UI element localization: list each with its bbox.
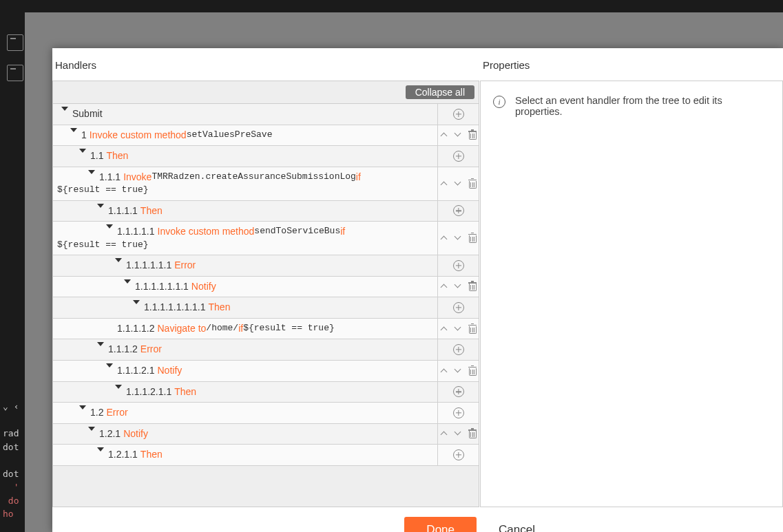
caret-down-icon[interactable]	[88, 427, 95, 431]
tree-row-content[interactable]: 1.2.1.1 Then	[53, 445, 437, 465]
tree-row[interactable]: 1.1.1 Invoke TMRRadzen.createAssuranceSu…	[53, 167, 479, 200]
move-up-button[interactable]	[439, 129, 450, 140]
tree-row-content[interactable]: 1.2.1 Notify	[53, 424, 437, 445]
chevron-down-icon	[455, 326, 463, 332]
tree-row-content[interactable]: 1.1.1.2 Error	[53, 339, 437, 360]
tree-row[interactable]: 1.1.1.1.2 Navigate to /home/ if ${result…	[53, 318, 479, 339]
tree-header: Collapse all	[53, 81, 479, 103]
move-down-button[interactable]	[453, 365, 464, 376]
caret-down-icon[interactable]	[97, 447, 104, 451]
move-up-button[interactable]	[439, 178, 450, 189]
caret-down-icon[interactable]	[61, 107, 68, 111]
tree-row[interactable]: 1.1.1.2 Error	[53, 339, 479, 360]
move-down-button[interactable]	[453, 428, 464, 439]
delete-button[interactable]	[467, 129, 478, 140]
tree-row-content[interactable]: Submit	[53, 104, 437, 125]
caret-down-icon[interactable]	[88, 170, 95, 174]
add-child-button[interactable]	[453, 302, 464, 313]
tree-node-action: Error	[174, 259, 196, 273]
move-up-button[interactable]	[439, 233, 450, 244]
info-icon: i	[493, 96, 505, 108]
move-down-button[interactable]	[453, 281, 464, 292]
tree-row-content[interactable]: 1.1.1.1 Then	[53, 201, 437, 222]
caret-down-icon[interactable]	[97, 204, 104, 208]
delete-button[interactable]	[467, 365, 478, 376]
delete-button[interactable]	[467, 323, 478, 334]
tree-row-content[interactable]: 1.1.1 Invoke TMRRadzen.createAssuranceSu…	[53, 167, 437, 200]
tree-row-content[interactable]: 1.1.1.1.1.1.1.1 Then	[53, 297, 437, 318]
move-up-button[interactable]	[439, 281, 450, 292]
add-child-button[interactable]	[453, 205, 464, 216]
tree-row-content[interactable]: 1.1.1.2.1.1 Then	[53, 382, 437, 403]
tree-row-controls	[437, 104, 479, 125]
tree-node-number: 1.1.1.1.2	[117, 322, 155, 336]
tree-row[interactable]: 1.2.1.1 Then	[53, 444, 479, 465]
tree-row-controls	[437, 125, 479, 146]
tree-row[interactable]: 1.1.1.1.1 Invoke custom method sendToSer…	[53, 221, 479, 255]
caret-down-icon[interactable]	[124, 279, 131, 284]
tree-node-number: 1.2.1	[99, 427, 121, 441]
add-child-button[interactable]	[453, 109, 464, 120]
tree-row-content[interactable]: 1 Invoke custom method setValuesPreSave	[53, 125, 437, 146]
delete-button[interactable]	[467, 281, 478, 292]
plus-circle-icon	[453, 302, 464, 313]
caret-down-icon[interactable]	[106, 363, 113, 368]
tree-row[interactable]: 1.2 Error	[53, 402, 479, 423]
move-down-button[interactable]	[453, 178, 464, 189]
add-child-button[interactable]	[453, 449, 464, 460]
tree-row-content[interactable]: 1.1.1.1.1 Invoke custom method sendToSer…	[53, 222, 437, 255]
tree-row-content[interactable]: 1.1.1.2.1 Notify	[53, 361, 437, 381]
tree-row[interactable]: 1.1.1.1.1.1 Error	[53, 255, 479, 276]
caret-down-icon[interactable]	[115, 385, 122, 389]
tree-row-controls	[437, 339, 479, 360]
tree-row-controls	[437, 167, 479, 200]
chevron-down-icon	[455, 181, 463, 187]
tree-row-content[interactable]: 1.1.1.1.1.1 Error	[53, 255, 437, 276]
add-child-button[interactable]	[453, 407, 464, 418]
tree-row-content[interactable]: 1.1.1.1.1.1.1 Notify	[53, 277, 437, 297]
tree-row[interactable]: 1.1.1.2.1.1 Then	[53, 381, 479, 403]
caret-down-icon[interactable]	[133, 300, 140, 304]
move-down-button[interactable]	[453, 323, 464, 334]
tree-row[interactable]: 1.1.1.1.1.1.1 Notify	[53, 276, 479, 297]
add-child-button[interactable]	[453, 260, 464, 271]
delete-button[interactable]	[467, 428, 478, 439]
move-down-button[interactable]	[453, 129, 464, 140]
delete-button[interactable]	[467, 178, 478, 189]
cancel-button[interactable]: Cancel	[499, 517, 535, 532]
caret-down-icon[interactable]	[79, 405, 86, 409]
tree-row-content[interactable]: 1.1.1.1.2 Navigate to /home/ if ${result…	[53, 319, 437, 339]
add-child-button[interactable]	[453, 344, 464, 355]
caret-down-icon[interactable]	[70, 128, 77, 132]
add-child-button[interactable]	[453, 151, 464, 162]
tree-row[interactable]: 1.1.1.1 Then	[53, 200, 479, 222]
add-child-button[interactable]	[453, 386, 464, 397]
caret-down-icon[interactable]	[115, 258, 122, 262]
tree-node-condition-keyword: if	[340, 225, 345, 239]
tree-row[interactable]: Submit	[53, 103, 479, 125]
move-up-button[interactable]	[439, 365, 450, 376]
tree-row[interactable]: 1.1 Then	[53, 145, 479, 167]
tree-node-action: Error	[106, 406, 127, 420]
caret-down-icon[interactable]	[106, 224, 113, 228]
handlers-tree[interactable]: Submit1 Invoke custom method setValuesPr…	[53, 103, 479, 465]
caret-down-icon[interactable]	[97, 342, 104, 346]
done-button[interactable]: Done	[404, 517, 477, 532]
tree-row-content[interactable]: 1.1 Then	[53, 146, 437, 167]
tree-node-condition-code: ${result == true}	[57, 239, 149, 251]
properties-box: i Select an event handler from the tree …	[480, 81, 783, 507]
delete-button[interactable]	[467, 233, 478, 244]
trash-icon	[468, 233, 477, 243]
tree-row[interactable]: 1.1.1.2.1 Notify	[53, 360, 479, 381]
tree-row-controls	[437, 445, 479, 465]
tree-row-content[interactable]: 1.2 Error	[53, 403, 437, 423]
tree-row[interactable]: 1 Invoke custom method setValuesPreSave	[53, 125, 479, 146]
move-up-button[interactable]	[439, 428, 450, 439]
move-down-button[interactable]	[453, 233, 464, 244]
move-up-button[interactable]	[439, 323, 450, 334]
caret-down-icon[interactable]	[79, 149, 86, 153]
tree-node-condition-keyword: if	[356, 171, 361, 184]
tree-row[interactable]: 1.2.1 Notify	[53, 423, 479, 445]
tree-row[interactable]: 1.1.1.1.1.1.1.1 Then	[53, 297, 479, 318]
collapse-all-button[interactable]: Collapse all	[406, 85, 474, 99]
